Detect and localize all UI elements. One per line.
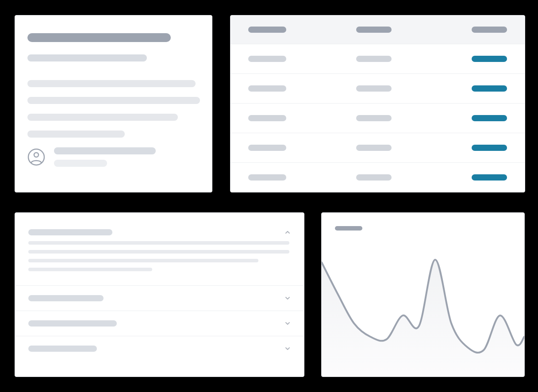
body-line [28, 259, 258, 262]
accordion-card [15, 212, 304, 377]
table-row[interactable] [231, 103, 525, 133]
table-header-cell [248, 27, 286, 33]
table-cell [356, 115, 392, 121]
accordion-item [15, 336, 304, 361]
chevron-up-icon [284, 229, 291, 235]
accordion-label [28, 295, 104, 301]
chevron-down-icon [284, 346, 291, 352]
body-line [28, 268, 152, 271]
svg-point-1 [34, 153, 38, 157]
accordion-item [15, 311, 304, 336]
table-cell [248, 174, 286, 181]
data-table-card [230, 15, 525, 192]
accordion-header[interactable] [28, 223, 291, 241]
table-row[interactable] [231, 162, 525, 192]
table-row[interactable] [231, 133, 525, 162]
table-cell [248, 115, 286, 121]
area-chart [322, 244, 524, 377]
body-line [27, 114, 178, 121]
accordion-header[interactable] [28, 336, 291, 361]
table-action-link[interactable] [472, 145, 507, 151]
author-meta [54, 160, 107, 167]
body-line [27, 97, 200, 104]
accordion-header[interactable] [28, 311, 291, 336]
body-line [27, 80, 196, 87]
accordion-header[interactable] [28, 286, 291, 311]
chart-card [321, 212, 525, 377]
table-row[interactable] [231, 73, 525, 103]
table-action-link[interactable] [472, 85, 507, 92]
table-cell [248, 56, 286, 62]
table-action-link[interactable] [472, 115, 507, 121]
table-action-link[interactable] [472, 174, 507, 181]
body-line [27, 131, 125, 138]
table-action-link[interactable] [472, 56, 507, 62]
accordion-label [28, 320, 117, 327]
article-card [15, 15, 212, 192]
author-name [54, 147, 156, 154]
table-cell [248, 85, 286, 92]
chart-title [335, 226, 362, 231]
chevron-down-icon [284, 320, 291, 327]
table-header-cell [356, 27, 392, 33]
table-header-cell [472, 27, 507, 33]
accordion-label [28, 229, 112, 235]
author-block [27, 147, 200, 167]
table-cell [356, 174, 392, 181]
accordion-body [28, 241, 291, 271]
table-row[interactable] [231, 44, 525, 73]
table-cell [356, 56, 392, 62]
table-header [231, 15, 525, 44]
body-line [28, 250, 289, 254]
accordion-label [28, 346, 97, 352]
table-cell [248, 145, 286, 151]
article-title [27, 33, 171, 42]
chevron-down-icon [284, 295, 291, 301]
accordion-item [15, 286, 304, 311]
body-line [28, 241, 289, 245]
user-avatar-icon [27, 148, 45, 166]
table-cell [356, 85, 392, 92]
article-subtitle [27, 54, 147, 61]
table-cell [356, 145, 392, 151]
article-body [27, 80, 200, 138]
accordion-item [15, 223, 304, 286]
